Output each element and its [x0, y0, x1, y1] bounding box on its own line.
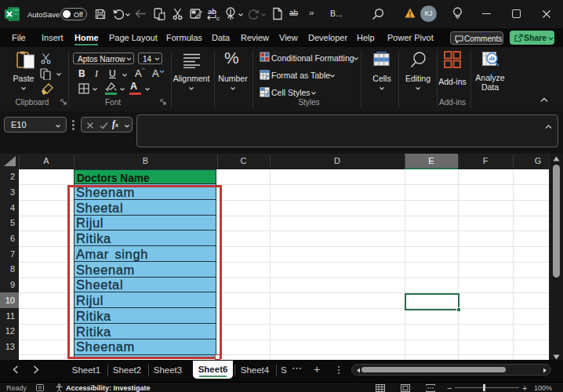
svg-text:c: c: [216, 15, 220, 21]
